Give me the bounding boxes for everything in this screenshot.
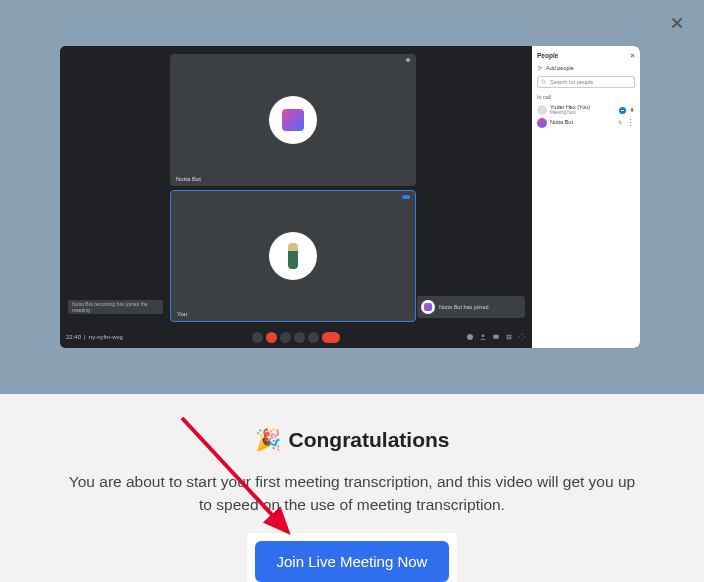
mic-button[interactable] [252, 332, 263, 343]
participant-avatar [537, 105, 547, 115]
cta-wrapper: Join Live Meeting Now [247, 533, 458, 583]
participant-avatar [537, 118, 547, 128]
participant-row: Notta Bot ⋮ [537, 118, 635, 128]
svg-rect-3 [507, 335, 509, 337]
search-icon [541, 79, 547, 85]
cc-button[interactable] [280, 332, 291, 343]
add-people-button[interactable]: Add people [537, 65, 635, 71]
participant-sub: Meeting host [550, 111, 616, 116]
panel-close-icon[interactable]: × [630, 51, 635, 60]
congrats-heading: 🎉 Congratulations [255, 428, 450, 452]
speaking-badge [619, 107, 626, 114]
meeting-controls: 22:40 | rty-nyfm-wxg [60, 326, 532, 348]
video-grid: Notta Bot You Notta Bot recording has jo… [60, 46, 532, 348]
tile-menu-dot [406, 58, 410, 62]
people-title: People [537, 52, 558, 59]
video-tile-bot: Notta Bot [170, 54, 416, 186]
hangup-button[interactable] [322, 332, 340, 343]
join-meeting-button[interactable]: Join Live Meeting Now [255, 541, 450, 582]
present-button[interactable] [294, 332, 305, 343]
clock-text: 22:40 [66, 334, 81, 340]
info-icon[interactable] [466, 333, 474, 341]
participant-row: Yuder Hex (You) Meeting host [537, 105, 635, 115]
svg-rect-4 [509, 335, 511, 337]
close-icon[interactable] [668, 14, 686, 36]
party-emoji: 🎉 [255, 428, 281, 452]
svg-rect-5 [507, 337, 509, 339]
more-button[interactable] [308, 332, 319, 343]
search-placeholder: Search for people [550, 79, 593, 85]
tile-label-you: You [177, 311, 187, 317]
svg-point-0 [467, 334, 473, 340]
activities-icon[interactable] [505, 333, 513, 341]
divider: | [84, 334, 86, 340]
room-code: rty-nyfm-wxg [89, 334, 123, 340]
search-people-input[interactable]: Search for people [537, 76, 635, 88]
toast-text: Notta Bot has joined [439, 304, 489, 310]
people-icon[interactable] [479, 333, 487, 341]
people-panel: People × Add people Search for people In… [532, 46, 640, 348]
speaking-indicator [402, 195, 410, 199]
svg-point-1 [482, 334, 485, 337]
participant-name: Notta Bot [550, 120, 614, 126]
incall-label: In call [537, 94, 635, 100]
svg-point-8 [542, 80, 545, 83]
svg-point-7 [539, 66, 541, 68]
meeting-screenshot: Notta Bot You Notta Bot recording has jo… [60, 46, 640, 348]
svg-rect-6 [509, 337, 511, 339]
svg-rect-2 [493, 335, 498, 339]
host-icon[interactable] [518, 333, 526, 341]
tile-label-bot: Notta Bot [176, 176, 201, 182]
avatar-you [269, 232, 317, 280]
congrats-subtitle: You are about to start your first meetin… [62, 470, 642, 517]
congrats-title-text: Congratulations [289, 428, 450, 452]
mic-muted-icon [617, 120, 623, 126]
video-tile-you: You [170, 190, 416, 322]
join-toast: Notta Bot has joined [417, 296, 525, 318]
toast-avatar [421, 300, 435, 314]
avatar-bot [269, 96, 317, 144]
add-people-label: Add people [546, 65, 574, 71]
recording-toast: Notta Bot recording has joined the meeti… [68, 300, 163, 314]
camera-button[interactable] [266, 332, 277, 343]
chat-icon[interactable] [492, 333, 500, 341]
mic-icon [629, 107, 635, 113]
